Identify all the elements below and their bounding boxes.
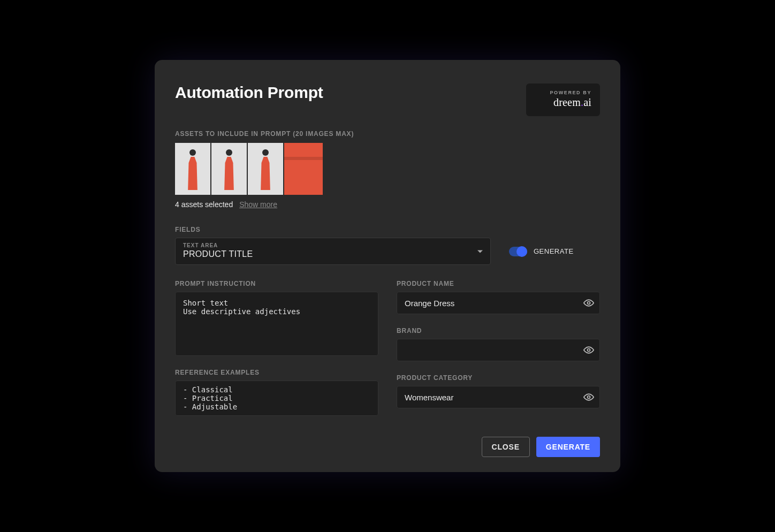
eye-icon[interactable] xyxy=(583,391,595,403)
powered-brand-pre: dreem xyxy=(553,96,581,108)
svg-point-0 xyxy=(588,302,590,305)
reference-examples-input[interactable]: - Classical - Practical - Adjustable xyxy=(175,381,378,416)
show-more-link[interactable]: Show more xyxy=(239,200,277,209)
asset-thumbnail[interactable] xyxy=(211,143,247,195)
powered-brand-post: ai xyxy=(583,96,591,108)
svg-point-2 xyxy=(588,396,590,399)
field-type-value: PRODUCT TITLE xyxy=(183,249,483,259)
brand-label: BRAND xyxy=(397,327,600,335)
eye-icon[interactable] xyxy=(583,344,595,356)
generate-toggle-label: GENERATE xyxy=(534,247,574,255)
brand-input[interactable] xyxy=(397,339,600,361)
product-category-input[interactable]: Womenswear xyxy=(397,386,600,408)
dialog-title: Automation Prompt xyxy=(175,83,323,102)
asset-thumbnail[interactable] xyxy=(284,143,323,195)
toggle-knob-icon xyxy=(516,246,527,257)
asset-thumbnail[interactable] xyxy=(175,143,210,195)
powered-by-brand: dreem.ai xyxy=(535,96,591,109)
powered-by-badge: POWERED BY dreem.ai xyxy=(526,83,600,116)
product-name-label: PRODUCT NAME xyxy=(397,280,600,287)
reference-examples-label: REFERENCE EXAMPLES xyxy=(175,369,378,376)
close-button[interactable]: CLOSE xyxy=(482,437,530,457)
generate-toggle[interactable] xyxy=(509,247,527,256)
field-type-mini-label: TEXT AREA xyxy=(183,242,483,248)
automation-prompt-dialog: Automation Prompt POWERED BY dreem.ai AS… xyxy=(155,60,620,472)
fields-section-label: FIELDS xyxy=(175,226,600,233)
assets-selected-count: 4 assets selected xyxy=(175,200,233,209)
asset-thumbnail[interactable] xyxy=(248,143,283,195)
prompt-instruction-input[interactable]: Short text Use descriptive adjectives xyxy=(175,292,378,356)
svg-point-1 xyxy=(588,349,590,352)
field-type-select[interactable]: TEXT AREA PRODUCT TITLE xyxy=(175,238,491,265)
assets-section-label: ASSETS TO INCLUDE IN PROMPT (20 IMAGES M… xyxy=(175,130,600,138)
asset-thumbnail-list xyxy=(175,143,600,195)
eye-icon[interactable] xyxy=(583,297,595,309)
powered-by-label: POWERED BY xyxy=(535,90,591,95)
chevron-down-icon xyxy=(477,250,483,253)
product-category-label: PRODUCT CATEGORY xyxy=(397,374,600,382)
prompt-instruction-label: PROMPT INSTRUCTION xyxy=(175,280,378,287)
generate-button[interactable]: GENERATE xyxy=(536,437,600,457)
product-name-input[interactable]: Orange Dress xyxy=(397,292,600,314)
